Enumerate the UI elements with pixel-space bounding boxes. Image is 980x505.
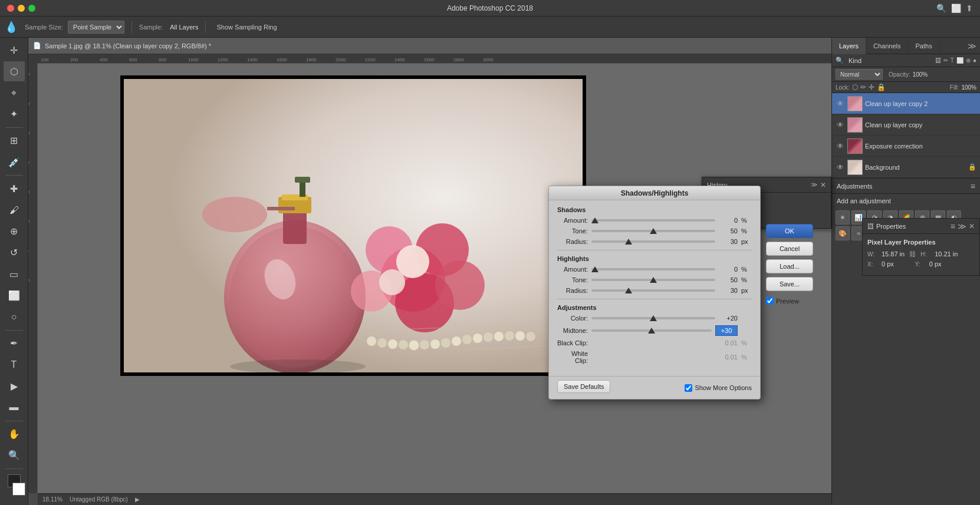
highlights-radius-slider[interactable] [591,289,715,292]
properties-menu[interactable]: ≡ [951,222,955,231]
layer-item[interactable]: 👁 Clean up layer copy [832,114,980,136]
shadows-tone-thumb[interactable] [650,228,657,234]
tab-layers[interactable]: Layers [832,38,866,54]
navigate-arrow[interactable]: ▶ [135,496,140,503]
svg-text:4: 4 [28,161,31,164]
lock-pixels-icon[interactable]: ✏ [860,83,866,91]
brush-tool[interactable]: 🖌 [4,200,25,220]
history-close-button[interactable]: ✕ [820,181,826,189]
crop-tool[interactable]: ⊞ [4,131,25,151]
load-button[interactable]: Load... [766,259,813,273]
lock-transparent-icon[interactable]: ⬡ [852,83,858,91]
marquee-tool[interactable]: ⬡ [4,61,25,81]
panel-collapse-icon[interactable]: ≫ [968,41,976,51]
hand-tool[interactable]: ✋ [4,424,25,444]
highlights-amount-thumb[interactable] [591,266,598,272]
layer-visibility-toggle[interactable]: 👁 [836,141,845,151]
midtone-slider[interactable] [591,329,712,332]
magic-wand-tool[interactable]: ✦ [4,104,25,124]
healing-tool[interactable]: ✚ [4,179,25,199]
midtone-input[interactable]: +30 [715,325,738,336]
layer-item[interactable]: 👁 Exposure correction [832,136,980,157]
brightness-contrast-icon[interactable]: ☀ [836,210,850,225]
black-clip-unit: % [741,339,752,346]
kind-text-icon[interactable]: T [951,57,954,64]
pen-tool[interactable]: ✒ [4,334,25,354]
svg-point-53 [462,335,472,344]
window-icon[interactable]: ⬜ [951,4,961,13]
properties-close[interactable]: ✕ [969,222,975,230]
layer-visibility-toggle[interactable]: 👁 [836,120,845,130]
left-toolbar: ✛ ⬡ ⌖ ✦ ⊞ 💉 ✚ 🖌 ⊕ ↺ ▭ ⬜ ○ ✒ T ▶ ▬ ✋ 🔍 [0,38,28,505]
adjustments-panel-menu[interactable]: ≡ [971,181,975,191]
save-defaults-button[interactable]: Save Defaults [557,380,610,393]
color-thumb[interactable] [650,315,657,321]
history-expand-icon[interactable]: ≫ [811,181,818,189]
highlights-radius-thumb[interactable] [625,288,632,293]
shadows-amount-thumb[interactable] [591,217,598,223]
link-icon[interactable]: ⛓ [909,250,916,258]
eyedropper-tool[interactable]: 💉 [4,152,25,172]
eraser-tool[interactable]: ▭ [4,264,25,284]
maximize-dot[interactable] [28,5,35,12]
lock-all-icon[interactable]: 🔒 [877,83,886,91]
tab-paths[interactable]: Paths [909,38,940,54]
zoom-tool[interactable]: 🔍 [4,445,25,466]
close-dot[interactable] [7,5,14,12]
midtone-thumb[interactable] [648,328,655,334]
layer-item[interactable]: 👁 Background 🔒 [832,157,980,178]
history-brush-tool[interactable]: ↺ [4,243,25,263]
preview-checkbox[interactable] [766,297,774,305]
blend-mode-select[interactable]: Normal [836,69,883,80]
layer-mode-row: Normal Opacity: 100% [832,67,980,82]
save-button[interactable]: Save... [766,277,813,291]
show-sampling-ring-button[interactable]: Show Sampling Ring [213,22,280,32]
ok-button[interactable]: OK [766,224,813,238]
dodge-tool[interactable]: ○ [4,307,25,327]
adjustments-section-label: Adjustments [557,304,752,311]
background-color[interactable] [12,483,25,496]
photo-filter-icon[interactable]: 🎨 [836,226,850,240]
color-slider[interactable] [591,317,715,319]
x-label: X: [867,261,879,268]
gradient-tool[interactable]: ⬜ [4,285,25,305]
tool-sep-2 [5,175,23,176]
kind-adj-icon[interactable]: ✏ [943,57,948,64]
shadows-radius-thumb[interactable] [625,239,632,245]
highlights-tone-label: Tone: [557,276,588,283]
move-tool[interactable]: ✛ [4,40,25,60]
layer-item[interactable]: 👁 Clean up layer copy 2 [832,93,980,114]
highlights-amount-slider[interactable] [591,268,715,270]
sample-size-select[interactable]: Point Sample [68,21,124,34]
path-selection-tool[interactable]: ▶ [4,376,25,396]
show-more-checkbox[interactable] [685,384,692,392]
text-tool[interactable]: T [4,355,25,375]
layer-visibility-toggle[interactable]: 👁 [836,99,845,108]
shape-tool[interactable]: ▬ [4,397,25,417]
kind-smart-icon[interactable]: ⊕ [966,57,971,64]
clone-tool[interactable]: ⊕ [4,222,25,242]
svg-text:1: 1 [28,72,31,75]
minimize-dot[interactable] [18,5,25,12]
eyedropper-icon[interactable]: 💧 [5,21,18,34]
add-adjustment-label: Add an adjustment [832,194,980,208]
tab-channels[interactable]: Channels [866,38,908,54]
svg-text:2200: 2200 [365,57,376,62]
kind-pixel-icon[interactable]: 🖼 [935,57,941,64]
shadows-radius-slider[interactable] [591,240,715,243]
search-icon[interactable]: 🔍 [936,4,946,13]
lock-position-icon[interactable]: ✛ [869,83,874,91]
kind-extra-icon[interactable]: ● [973,57,976,64]
svg-point-54 [473,334,482,343]
lasso-tool[interactable]: ⌖ [4,82,25,103]
layer-visibility-toggle[interactable]: 👁 [836,163,845,172]
share-icon[interactable]: ⬆ [966,4,973,13]
highlights-tone-slider[interactable] [591,279,715,281]
cancel-button[interactable]: Cancel [766,242,813,256]
shadows-tone-slider[interactable] [591,230,715,232]
shadows-amount-slider[interactable] [591,219,715,222]
highlights-tone-thumb[interactable] [650,277,657,283]
kind-shape-icon[interactable]: ⬜ [956,57,963,64]
separator-2 [205,21,206,33]
properties-collapse[interactable]: ≫ [958,222,966,231]
